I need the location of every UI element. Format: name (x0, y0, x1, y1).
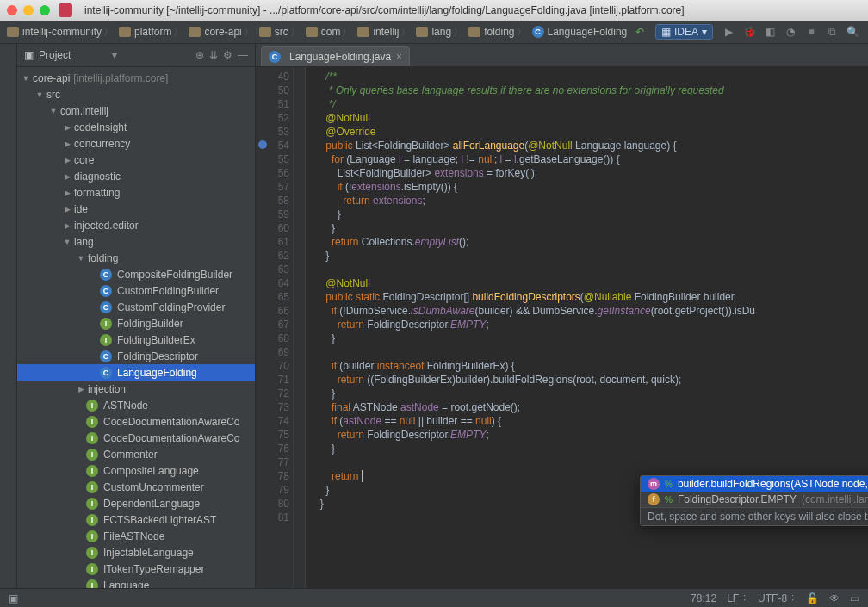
expand-arrow[interactable]: ▶ (62, 139, 72, 148)
code-line[interactable]: @Override (314, 125, 868, 139)
file-encoding[interactable]: UTF-8 ÷ (758, 592, 796, 604)
breadcrumb-item[interactable]: platform〉 (117, 25, 187, 40)
tree-node[interactable]: ▶concurrency (17, 135, 255, 152)
tree-node[interactable]: CCustomFoldingBuilder (17, 282, 255, 299)
tree-node[interactable]: ▼lang (17, 233, 255, 250)
back-button[interactable]: ↶ (631, 23, 648, 40)
readonly-toggle-icon[interactable]: 🔓 (806, 592, 819, 604)
breadcrumb-item[interactable]: com〉 (304, 25, 356, 40)
code-line[interactable]: } (314, 442, 868, 455)
tree-node[interactable]: IFoldingBuilderEx (17, 331, 255, 348)
expand-arrow[interactable]: ▼ (34, 90, 45, 99)
line-separator[interactable]: LF ÷ (727, 592, 747, 604)
project-tree[interactable]: ▼core-api[intellij.platform.core]▼src▼co… (17, 67, 255, 588)
gutter-override-icon[interactable] (258, 140, 267, 149)
code-line[interactable]: if (!extensions.isEmpty()) { (314, 180, 868, 194)
line-number[interactable]: 50 (256, 84, 289, 97)
tree-node[interactable]: ▶formatting (17, 184, 255, 201)
tree-node[interactable]: ▶core (17, 152, 255, 168)
line-number[interactable]: 61 (256, 235, 289, 249)
code-line[interactable]: */ (314, 97, 868, 111)
line-number[interactable]: 71 (256, 373, 289, 387)
code-line[interactable]: return extensions; (314, 194, 868, 207)
line-number[interactable]: 58 (256, 194, 289, 207)
expand-arrow[interactable]: ▶ (62, 172, 72, 181)
search-everywhere-button[interactable]: 🔍 (844, 23, 861, 40)
line-number[interactable]: 70 (256, 359, 289, 373)
code-line[interactable]: if (astNode == null || builder == null) … (314, 414, 868, 428)
line-number[interactable]: 74 (256, 414, 289, 428)
project-view-title[interactable]: Project (39, 49, 107, 61)
tree-node[interactable]: ▼com.intellij (17, 102, 255, 119)
tree-node[interactable]: ICustomUncommenter (17, 479, 255, 495)
inspection-icon[interactable]: 👁 (829, 592, 840, 604)
editor-tab[interactable]: C LanguageFolding.java × (261, 46, 410, 66)
breadcrumb-item[interactable]: intellij-community〉 (5, 25, 117, 40)
breadcrumb-item[interactable]: src〉 (257, 25, 304, 40)
collapse-all-icon[interactable]: ⇊ (209, 49, 218, 61)
code-line[interactable]: @NotNull (314, 276, 868, 290)
tree-node[interactable]: ▼folding (17, 250, 255, 266)
coverage-button[interactable]: ◧ (761, 23, 778, 40)
line-number[interactable]: 79 (256, 483, 289, 497)
code-line[interactable]: if (builder instanceof FoldingBuilderEx)… (314, 359, 868, 373)
line-number[interactable]: 64 (256, 276, 289, 290)
completion-item[interactable]: f%FoldingDescriptor.EMPTY (com.intellij.… (641, 492, 868, 507)
code-line[interactable]: if (!DumbService.isDumbAware(builder) &&… (314, 304, 868, 318)
tree-node[interactable]: IASTNode (17, 397, 255, 413)
line-number[interactable]: 55 (256, 152, 289, 166)
tree-node[interactable]: IFileASTNode (17, 528, 255, 544)
tool-windows-button[interactable]: ▣ (9, 592, 18, 604)
line-number[interactable]: 51 (256, 97, 289, 111)
tree-node[interactable]: ▶injection (17, 381, 255, 397)
breadcrumb-item[interactable]: intellij〉 (356, 25, 414, 40)
scroll-from-source-icon[interactable]: ⊕ (195, 49, 204, 61)
run-config-selector[interactable]: ▦ IDEA ▾ (655, 24, 713, 40)
memory-indicator[interactable]: ▭ (850, 592, 859, 604)
close-window-button[interactable] (7, 5, 17, 15)
tree-node[interactable]: CLanguageFolding (17, 364, 255, 381)
expand-arrow[interactable]: ▼ (62, 238, 72, 246)
tree-node[interactable]: ICommenter (17, 446, 255, 462)
line-number[interactable]: 69 (256, 345, 289, 359)
tree-node[interactable]: ▼core-api[intellij.platform.core] (17, 70, 255, 86)
code-line[interactable]: return FoldingDescriptor.EMPTY; (314, 318, 868, 331)
caret-position[interactable]: 78:12 (691, 592, 716, 604)
line-number[interactable]: 57 (256, 180, 289, 194)
code-line[interactable]: for (Language l = language; l != null; l… (314, 152, 868, 166)
stop-button[interactable]: ■ (803, 23, 820, 40)
expand-arrow[interactable]: ▼ (76, 254, 86, 263)
tool-window-stripe-left[interactable] (0, 44, 17, 588)
breadcrumb-item[interactable]: CLanguageFolding (530, 26, 629, 38)
code-line[interactable]: /** (314, 70, 868, 84)
line-number[interactable]: 52 (256, 111, 289, 125)
line-number[interactable]: 59 (256, 207, 289, 221)
breadcrumb-item[interactable]: folding〉 (467, 25, 530, 40)
line-number[interactable]: 77 (256, 455, 289, 469)
code-line[interactable]: public static FoldingDescriptor[] buildF… (314, 290, 868, 304)
code-line[interactable]: } (314, 207, 868, 221)
line-number[interactable]: 72 (256, 387, 289, 400)
code-line[interactable]: List<FoldingBuilder> extensions = forKey… (314, 166, 868, 180)
tree-node[interactable]: ▶ide (17, 201, 255, 217)
tree-node[interactable]: ▶injected.editor (17, 217, 255, 233)
profile-button[interactable]: ◔ (782, 23, 799, 40)
tree-node[interactable]: CCompositeFoldingBuilder (17, 266, 255, 282)
expand-arrow[interactable]: ▶ (62, 156, 72, 164)
tree-node[interactable]: IFCTSBackedLighterAST (17, 511, 255, 528)
project-view-selector[interactable]: ▣ (24, 49, 34, 61)
line-number[interactable]: 80 (256, 497, 289, 511)
code-line[interactable]: public List<FoldingBuilder> allForLangua… (314, 139, 868, 152)
tree-node[interactable]: IInjectableLanguage (17, 544, 255, 561)
close-tab-icon[interactable]: × (396, 51, 402, 63)
line-number[interactable]: 81 (256, 511, 289, 524)
line-number[interactable]: 56 (256, 166, 289, 180)
line-number[interactable]: 54 (256, 139, 289, 152)
line-number[interactable]: 75 (256, 428, 289, 442)
expand-arrow[interactable]: ▼ (48, 107, 59, 115)
zoom-window-button[interactable] (40, 5, 50, 15)
line-number[interactable]: 49 (256, 70, 289, 84)
line-number[interactable]: 60 (256, 221, 289, 235)
code-line[interactable]: } (314, 331, 868, 345)
expand-arrow[interactable]: ▶ (62, 123, 72, 132)
